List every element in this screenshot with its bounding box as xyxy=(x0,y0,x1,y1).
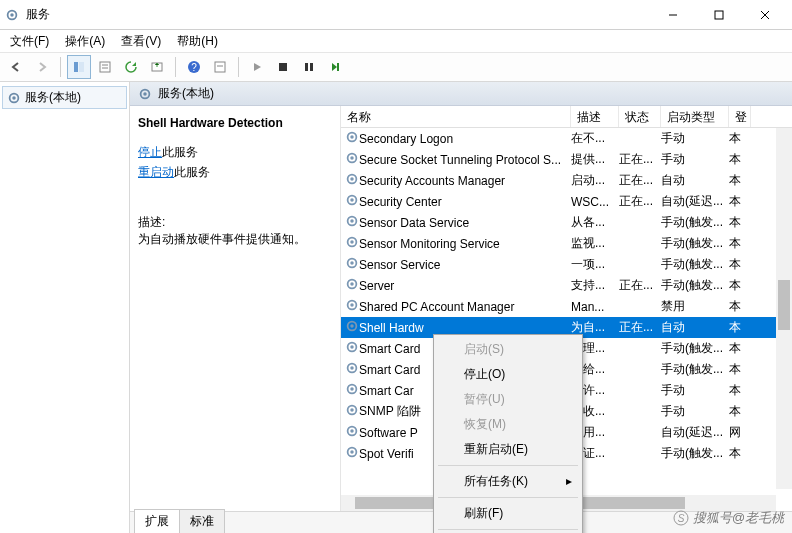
service-desc: Man... xyxy=(571,300,619,314)
svg-point-41 xyxy=(350,303,354,307)
service-status: 正在... xyxy=(619,193,661,210)
service-row[interactable]: Shared PC Account ManagerMan...禁用本 xyxy=(341,296,792,317)
svg-rect-18 xyxy=(310,63,313,71)
gear-icon xyxy=(341,298,359,315)
stop-link[interactable]: 停止 xyxy=(138,145,162,159)
service-desc: 支持... xyxy=(571,277,619,294)
service-name: Security Center xyxy=(359,195,571,209)
service-name: Sensor Monitoring Service xyxy=(359,237,571,251)
svg-point-1 xyxy=(10,13,14,17)
restart-link[interactable]: 重启动 xyxy=(138,165,174,179)
menu-action[interactable]: 操作(A) xyxy=(59,31,111,52)
tab-extended[interactable]: 扩展 xyxy=(134,509,180,533)
tab-standard[interactable]: 标准 xyxy=(179,509,225,533)
service-startup: 自动(延迟... xyxy=(661,193,729,210)
properties-button[interactable] xyxy=(93,55,117,79)
svg-point-55 xyxy=(350,450,354,454)
context-menu: 启动(S) 停止(O) 暂停(U) 恢复(M) 重新启动(E) 所有任务(K)▸… xyxy=(433,334,583,533)
menu-file[interactable]: 文件(F) xyxy=(4,31,55,52)
service-startup: 手动 xyxy=(661,382,729,399)
service-logon: 本 xyxy=(729,445,751,462)
service-logon: 本 xyxy=(729,130,751,147)
service-name: Secure Socket Tunneling Protocol S... xyxy=(359,153,571,167)
action-button[interactable] xyxy=(208,55,232,79)
service-status: 正在... xyxy=(619,172,661,189)
ctx-all-tasks[interactable]: 所有任务(K)▸ xyxy=(436,469,580,494)
gear-icon xyxy=(341,277,359,294)
service-name: Secondary Logon xyxy=(359,132,571,146)
start-service-button[interactable] xyxy=(245,55,269,79)
pause-service-button[interactable] xyxy=(297,55,321,79)
back-button[interactable] xyxy=(4,55,28,79)
vertical-scrollbar[interactable] xyxy=(776,128,792,489)
ctx-start: 启动(S) xyxy=(436,337,580,362)
service-status: 正在... xyxy=(619,277,661,294)
gear-icon xyxy=(341,151,359,168)
service-name: Security Accounts Manager xyxy=(359,174,571,188)
svg-point-27 xyxy=(350,156,354,160)
minimize-button[interactable] xyxy=(650,0,696,30)
svg-point-37 xyxy=(350,261,354,265)
service-logon: 本 xyxy=(729,382,751,399)
service-desc: 提供... xyxy=(571,151,619,168)
service-startup: 手动 xyxy=(661,130,729,147)
window-title: 服务 xyxy=(26,6,650,23)
svg-rect-14 xyxy=(215,62,225,72)
ctx-pause: 暂停(U) xyxy=(436,387,580,412)
service-logon: 本 xyxy=(729,298,751,315)
service-status: 正在... xyxy=(619,151,661,168)
service-row[interactable]: Security Accounts Manager启动...正在...自动本 xyxy=(341,170,792,191)
service-row[interactable]: Secure Socket Tunneling Protocol S...提供.… xyxy=(341,149,792,170)
service-logon: 本 xyxy=(729,172,751,189)
service-startup: 手动(触发... xyxy=(661,256,729,273)
service-startup: 手动(触发... xyxy=(661,445,729,462)
restart-service-button[interactable] xyxy=(323,55,347,79)
service-row[interactable]: Security CenterWSC...正在...自动(延迟...本 xyxy=(341,191,792,212)
svg-point-29 xyxy=(350,177,354,181)
gear-icon xyxy=(341,361,359,378)
service-row[interactable]: Server支持...正在...手动(触发...本 xyxy=(341,275,792,296)
stop-service-button[interactable] xyxy=(271,55,295,79)
service-desc: WSC... xyxy=(571,195,619,209)
ctx-restart[interactable]: 重新启动(E) xyxy=(436,437,580,462)
col-startup[interactable]: 启动类型 xyxy=(661,106,729,127)
tree-node-label: 服务(本地) xyxy=(25,89,81,106)
service-name: Sensor Service xyxy=(359,258,571,272)
service-logon: 本 xyxy=(729,319,751,336)
svg-point-23 xyxy=(143,92,147,96)
service-row[interactable]: Sensor Data Service从各...手动(触发...本 xyxy=(341,212,792,233)
tree-node-services-local[interactable]: 服务(本地) xyxy=(2,86,127,109)
gear-icon xyxy=(341,319,359,336)
gear-icon xyxy=(341,445,359,462)
service-desc: 从各... xyxy=(571,214,619,231)
svg-point-35 xyxy=(350,240,354,244)
forward-button[interactable] xyxy=(30,55,54,79)
desc-label: 描述: xyxy=(138,214,332,231)
service-logon: 本 xyxy=(729,235,751,252)
show-hide-tree-button[interactable] xyxy=(67,55,91,79)
close-button[interactable] xyxy=(742,0,788,30)
maximize-button[interactable] xyxy=(696,0,742,30)
service-startup: 手动 xyxy=(661,403,729,420)
col-status[interactable]: 状态 xyxy=(619,106,661,127)
scrollbar-thumb[interactable] xyxy=(778,280,790,330)
gear-icon xyxy=(7,91,21,105)
detail-title: Shell Hardware Detection xyxy=(138,116,332,130)
col-logon[interactable]: 登 xyxy=(729,106,751,127)
col-name[interactable]: 名称 xyxy=(341,106,571,127)
service-row[interactable]: Secondary Logon在不...手动本 xyxy=(341,128,792,149)
export-button[interactable] xyxy=(145,55,169,79)
service-logon: 本 xyxy=(729,151,751,168)
service-row[interactable]: Sensor Service一项...手动(触发...本 xyxy=(341,254,792,275)
service-row[interactable]: Sensor Monitoring Service监视...手动(触发...本 xyxy=(341,233,792,254)
gear-icon xyxy=(341,235,359,252)
refresh-button[interactable] xyxy=(119,55,143,79)
svg-point-39 xyxy=(350,282,354,286)
service-startup: 禁用 xyxy=(661,298,729,315)
col-desc[interactable]: 描述 xyxy=(571,106,619,127)
ctx-stop[interactable]: 停止(O) xyxy=(436,362,580,387)
menu-view[interactable]: 查看(V) xyxy=(115,31,167,52)
menu-help[interactable]: 帮助(H) xyxy=(171,31,224,52)
help-button[interactable]: ? xyxy=(182,55,206,79)
ctx-refresh[interactable]: 刷新(F) xyxy=(436,501,580,526)
